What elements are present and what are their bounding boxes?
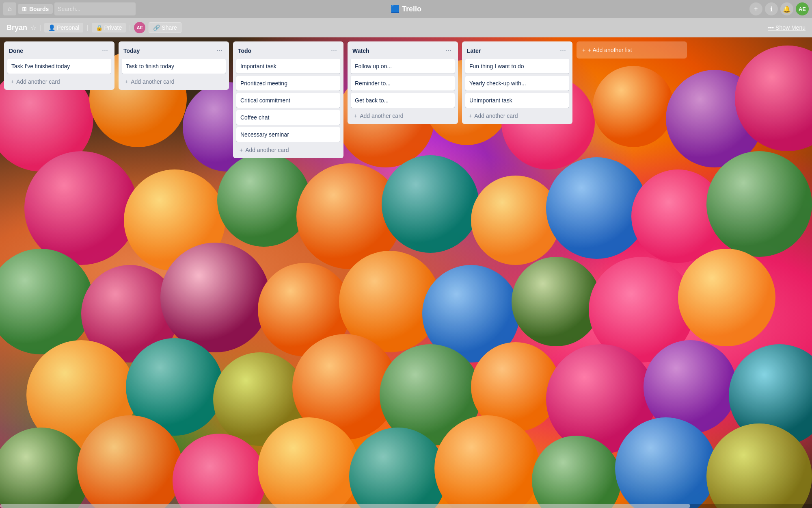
member-initials: AE xyxy=(137,25,143,30)
show-menu-button[interactable]: ••• Show Menu xyxy=(768,24,806,31)
card-reminder[interactable]: Reminder to... xyxy=(351,76,455,91)
grid-icon: ⊞ xyxy=(22,6,27,12)
card-text: Necessary seminar xyxy=(240,131,289,138)
search-input[interactable] xyxy=(54,2,136,15)
card-yearly-checkup[interactable]: Yearly check-up with... xyxy=(465,76,569,91)
list-done-header: Done ··· xyxy=(4,41,114,59)
notifications-button[interactable]: 🔔 xyxy=(780,2,793,15)
lock-icon: 🔒 xyxy=(96,24,103,31)
card-text: Prioritized meeting xyxy=(240,80,287,87)
member-avatar[interactable]: AE xyxy=(134,22,145,33)
personal-label: Personal xyxy=(57,24,79,31)
plus-icon: + xyxy=(582,47,585,53)
show-menu-label: Show Menu xyxy=(775,24,806,31)
list-later-cards: Fun thing I want to do Yearly check-up w… xyxy=(462,59,572,108)
card-follow-up[interactable]: Follow up on... xyxy=(351,59,455,74)
card-text: Task I've finished today xyxy=(11,63,70,69)
private-tag[interactable]: 🔒 Private xyxy=(92,23,126,33)
trello-wordmark: Trello xyxy=(402,5,421,13)
plus-icon: + xyxy=(125,78,128,85)
boards-label: Boards xyxy=(29,6,49,12)
list-later: Later ··· Fun thing I want to do Yearly … xyxy=(462,41,572,124)
card-text: Get back to... xyxy=(355,97,389,104)
add-list-label: + Add another list xyxy=(588,47,632,53)
list-watch-header: Watch ··· xyxy=(348,41,458,59)
list-todo-cards: Important task Prioritized meeting Criti… xyxy=(233,59,343,142)
add-card-todo[interactable]: + Add another card xyxy=(235,143,342,156)
card-coffee-chat[interactable]: Coffee chat xyxy=(236,110,340,125)
card-text: Follow up on... xyxy=(355,63,392,69)
avatar-initials: AE xyxy=(799,6,806,12)
list-today-title: Today xyxy=(123,48,140,54)
card-unimportant-task[interactable]: Unimportant task xyxy=(465,93,569,108)
card-text: Coffee chat xyxy=(240,114,269,121)
card-fun-thing[interactable]: Fun thing I want to do xyxy=(465,59,569,74)
scrollbar-track[interactable] xyxy=(0,504,812,508)
add-button[interactable]: + xyxy=(749,2,762,15)
plus-icon: + xyxy=(354,113,357,119)
list-done: Done ··· Task I've finished today + Add … xyxy=(4,41,114,90)
add-card-label: Add another card xyxy=(131,78,174,85)
add-card-watch[interactable]: + Add another card xyxy=(349,109,456,122)
card-text: Critical commitment xyxy=(240,97,290,104)
list-today-menu[interactable]: ··· xyxy=(215,46,224,56)
add-card-label: Add another card xyxy=(16,78,60,85)
list-todo-title: Todo xyxy=(238,48,251,54)
info-button[interactable]: ℹ xyxy=(765,2,778,15)
list-today: Today ··· Task to finish today + Add ano… xyxy=(119,41,229,90)
scrollbar-thumb[interactable] xyxy=(0,504,690,508)
list-today-header: Today ··· xyxy=(119,41,229,59)
share-button[interactable]: 🔗 Share xyxy=(149,22,181,33)
card-critical-commitment[interactable]: Critical commitment xyxy=(236,93,340,108)
separator2: | xyxy=(86,24,88,31)
list-todo: Todo ··· Important task Prioritized meet… xyxy=(233,41,343,158)
list-todo-header: Todo ··· xyxy=(233,41,343,59)
card-prioritized-meeting[interactable]: Prioritized meeting xyxy=(236,76,340,91)
person-icon: 👤 xyxy=(48,24,55,31)
card-necessary-seminar[interactable]: Necessary seminar xyxy=(236,127,340,142)
user-avatar[interactable]: AE xyxy=(796,2,809,15)
board-background: Done ··· Task I've finished today + Add … xyxy=(0,37,812,508)
share-label: Share xyxy=(162,24,177,31)
card-task-finished[interactable]: Task I've finished today xyxy=(7,59,111,74)
list-later-header: Later ··· xyxy=(462,41,572,59)
share-icon: 🔗 xyxy=(153,24,160,31)
top-nav: ⌂ ⊞ Boards 🟦 Trello + ℹ 🔔 AE xyxy=(0,0,812,18)
board-title[interactable]: Bryan xyxy=(6,24,27,32)
home-button[interactable]: ⌂ xyxy=(3,2,16,15)
add-card-label: Add another card xyxy=(360,113,403,119)
add-card-done[interactable]: + Add another card xyxy=(6,75,113,88)
plus-icon: + xyxy=(11,78,14,85)
private-label: Private xyxy=(104,24,122,31)
boards-button[interactable]: ⊞ Boards xyxy=(18,4,53,14)
dots-icon: ••• xyxy=(768,24,774,31)
add-card-later[interactable]: + Add another card xyxy=(464,109,571,122)
card-text: Fun thing I want to do xyxy=(469,63,524,69)
nav-right: + ℹ 🔔 AE xyxy=(749,2,809,15)
card-text: Yearly check-up with... xyxy=(469,80,526,87)
card-task-to-finish[interactable]: Task to finish today xyxy=(122,59,226,74)
lists-container: Done ··· Task I've finished today + Add … xyxy=(0,37,812,508)
list-watch-title: Watch xyxy=(352,48,369,54)
add-card-label: Add another card xyxy=(474,113,518,119)
separator3: | xyxy=(129,24,131,31)
trello-logo: 🟦 Trello xyxy=(391,4,421,13)
add-card-today[interactable]: + Add another card xyxy=(120,75,227,88)
card-important-task[interactable]: Important task xyxy=(236,59,340,74)
add-list-button[interactable]: + + Add another list xyxy=(577,41,687,59)
list-done-cards: Task I've finished today xyxy=(4,59,114,74)
card-text: Reminder to... xyxy=(355,80,391,87)
list-todo-menu[interactable]: ··· xyxy=(329,46,339,56)
personal-tag[interactable]: 👤 Personal xyxy=(44,23,83,33)
list-done-title: Done xyxy=(9,48,23,54)
trello-icon: 🟦 xyxy=(391,4,400,13)
plus-icon: + xyxy=(469,113,472,119)
list-later-menu[interactable]: ··· xyxy=(558,46,568,56)
list-done-menu[interactable]: ··· xyxy=(100,46,110,56)
star-button[interactable]: ☆ xyxy=(30,24,36,32)
separator: | xyxy=(39,24,41,31)
list-today-cards: Task to finish today xyxy=(119,59,229,74)
card-get-back[interactable]: Get back to... xyxy=(351,93,455,108)
board-header: Bryan ☆ | 👤 Personal | 🔒 Private | AE 🔗 … xyxy=(0,18,812,37)
list-watch-menu[interactable]: ··· xyxy=(444,46,453,56)
